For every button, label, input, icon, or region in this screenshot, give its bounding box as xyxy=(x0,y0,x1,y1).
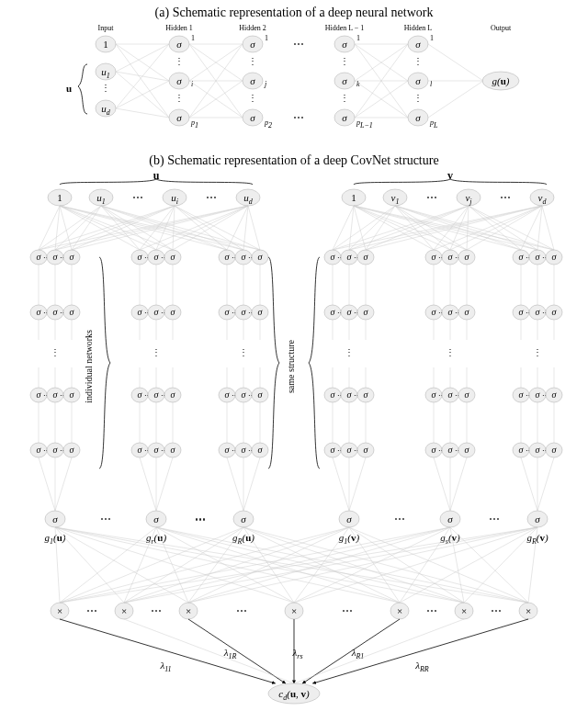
col-label-hL: Hidden L xyxy=(404,24,433,32)
vdots: ⋮ xyxy=(533,347,542,357)
svg-line-84 xyxy=(101,206,227,250)
g-sigma-lbl: σ xyxy=(447,514,453,525)
svg-line-194 xyxy=(537,457,554,511)
svg-line-99 xyxy=(140,206,248,250)
center-brace-left xyxy=(268,257,279,468)
dots: ⋯ xyxy=(489,513,500,525)
svg-line-10 xyxy=(116,81,169,108)
svg-line-227 xyxy=(400,527,450,603)
col-label-h2: Hidden 2 xyxy=(239,24,266,32)
input-col: 1 u1 ⋮ ud xyxy=(96,36,116,117)
psub: pL−1 xyxy=(356,118,373,130)
vdots: ⋮ xyxy=(175,93,184,103)
svg-line-104 xyxy=(248,206,260,250)
vdots: ⋮ xyxy=(175,56,184,66)
svg-line-196 xyxy=(55,527,124,603)
col-label-h1: Hidden 1 xyxy=(165,24,193,32)
dots: ⋯ xyxy=(342,604,353,617)
lambda-label: λ1R xyxy=(223,647,237,660)
psub: pL xyxy=(429,118,438,130)
sigma-label: σ xyxy=(250,39,255,50)
sup1: 1 xyxy=(430,34,434,42)
svg-line-72 xyxy=(60,206,140,250)
panel-a-bot-dots: ⋯ xyxy=(293,111,304,124)
svg-line-183 xyxy=(227,457,243,511)
sigma-label: σ xyxy=(342,75,347,86)
svg-line-160 xyxy=(349,206,469,250)
svg-line-243 xyxy=(294,619,464,683)
sigma-label: σ xyxy=(176,112,182,123)
svg-line-179 xyxy=(55,457,72,511)
svg-line-151 xyxy=(349,206,395,250)
panel-a-top-dots: ⋯ xyxy=(293,38,304,51)
svg-line-94 xyxy=(175,206,243,250)
svg-line-144 xyxy=(354,206,434,250)
times-label: × xyxy=(397,605,402,616)
dots: ⋯ xyxy=(500,191,511,204)
dots: ⋯ xyxy=(100,513,111,525)
g-label: g1(u) xyxy=(45,532,66,546)
col-label-out: Output xyxy=(491,24,512,32)
sigma-label: σ xyxy=(415,39,421,50)
dots: ⋯ xyxy=(206,191,217,204)
lambda-label: λrs xyxy=(292,647,303,660)
svg-line-141 xyxy=(333,206,354,250)
svg-line-79 xyxy=(55,206,101,250)
times-label: × xyxy=(291,605,297,616)
svg-line-69 xyxy=(39,206,60,250)
svg-line-86 xyxy=(101,206,260,250)
v-node-label: 1 xyxy=(351,192,356,203)
svg-line-102 xyxy=(227,206,248,250)
svg-line-155 xyxy=(395,206,467,250)
midsub: l xyxy=(430,80,433,88)
g-sigma-lbl: σ xyxy=(52,514,58,525)
panel-a: (a) Schematic representation of a deep n… xyxy=(66,6,519,130)
output-label: g(u) xyxy=(492,75,510,87)
vdots: ⋮ xyxy=(248,56,257,66)
g-sigma-lbl: σ xyxy=(153,514,159,525)
lambda-label: λR1 xyxy=(351,647,365,660)
col-label-hLm1: Hidden L − 1 xyxy=(325,24,365,32)
dots: ⋯ xyxy=(394,513,405,525)
sup1: 1 xyxy=(356,34,360,42)
g-sigma-lbl: σ xyxy=(535,514,540,525)
svg-line-205 xyxy=(156,527,294,603)
svg-line-185 xyxy=(243,457,260,511)
psub: p2 xyxy=(264,118,272,130)
midsub: j xyxy=(264,80,267,88)
svg-line-223 xyxy=(60,527,450,603)
sigma-label: σ xyxy=(176,39,182,50)
svg-line-241 xyxy=(312,619,528,683)
panel-b-title: (b) Schematic representation of a deep C… xyxy=(149,153,438,168)
sigma-label: σ xyxy=(415,112,421,123)
sigma-label: σ xyxy=(176,75,182,86)
sigma-label: σ xyxy=(250,112,255,123)
svg-line-188 xyxy=(349,457,366,511)
svg-line-145 xyxy=(354,206,450,250)
vdots: ⋮ xyxy=(413,56,423,66)
svg-line-5 xyxy=(116,44,169,118)
dots: ⋯ xyxy=(132,191,143,204)
svg-line-30 xyxy=(428,44,483,81)
svg-line-11 xyxy=(116,108,169,118)
svg-line-226 xyxy=(294,527,450,603)
svg-line-200 xyxy=(55,527,464,603)
input-brace xyxy=(78,64,87,114)
vdots: ⋮ xyxy=(152,347,161,357)
svg-line-219 xyxy=(294,527,349,603)
sigma-label: σ xyxy=(342,112,347,123)
panel-a-title: (a) Schematic representation of a deep n… xyxy=(155,6,434,20)
vdots: ⋮ xyxy=(51,347,60,357)
g-sigma-lbl: σ xyxy=(346,514,352,525)
dots: ⋯ xyxy=(195,513,206,525)
sigma-label: σ xyxy=(250,75,255,86)
svg-line-82 xyxy=(101,206,156,250)
svg-line-242 xyxy=(124,619,294,683)
svg-line-224 xyxy=(124,527,450,603)
svg-line-177 xyxy=(39,457,55,511)
indiv-networks-label: individual networks xyxy=(84,330,94,403)
dots: ⋯ xyxy=(151,604,162,617)
times-label: × xyxy=(526,605,531,616)
svg-line-237 xyxy=(60,619,276,683)
sigma-label: σ xyxy=(415,75,421,86)
